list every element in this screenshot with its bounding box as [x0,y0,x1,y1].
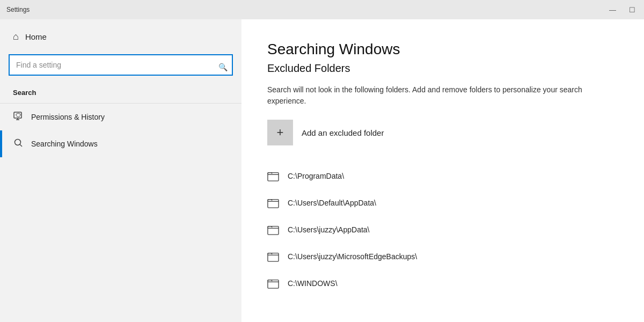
add-folder-label: Add an excluded folder [302,128,384,137]
app-body: ⌂ Home 🔍 Search Permissions & History [0,19,644,322]
svg-rect-9 [268,280,279,289]
folder-path: C:\ProgramData\ [288,172,344,180]
folder-item: C:\ProgramData\ [267,163,618,189]
folder-icon [267,224,279,236]
folder-list: C:\ProgramData\ C:\Users\Default\AppData… [267,163,618,297]
description-text: Search will not look in the following fo… [267,84,611,107]
sidebar-item-permissions[interactable]: Permissions & History [0,104,241,130]
folder-path: C:\Users\juzzy\MicrosoftEdgeBackups\ [288,252,417,261]
folder-icon [267,277,279,289]
page-title: Searching Windows [267,41,618,58]
folder-icon [267,197,279,209]
search-box-wrapper: 🔍 [0,50,241,84]
searching-windows-label: Searching Windows [31,140,98,148]
sidebar-section-label: Search [0,84,241,103]
svg-rect-5 [268,173,279,181]
app-title: Settings [6,6,30,13]
window-controls: — ☐ [607,6,638,13]
minimize-button[interactable]: — [607,6,618,13]
section-title: Excluded Folders [267,62,618,75]
sidebar-item-home[interactable]: ⌂ Home [0,24,241,50]
sidebar: ⌂ Home 🔍 Search Permissions & History [0,19,241,322]
folder-item: C:\Users\Default\AppData\ [267,189,618,216]
folder-item: C:\WINDOWS\ [267,270,618,297]
search-input[interactable] [9,54,233,76]
folder-path: C:\Users\Default\AppData\ [288,199,376,207]
svg-line-4 [20,144,22,147]
home-icon: ⌂ [13,31,19,42]
searching-windows-icon [13,138,24,150]
svg-point-3 [15,140,21,145]
svg-rect-8 [268,253,279,262]
folder-item: C:\Users\juzzy\MicrosoftEdgeBackups\ [267,243,618,270]
permissions-label: Permissions & History [31,113,105,121]
main-content: Searching Windows Excluded Folders Searc… [241,19,644,322]
title-bar: Settings — ☐ [0,0,644,19]
folder-path: C:\Users\juzzy\AppData\ [288,225,370,234]
svg-rect-7 [268,226,279,235]
folder-icon [267,170,279,182]
folder-item: C:\Users\juzzy\AppData\ [267,216,618,243]
add-folder-button[interactable]: + Add an excluded folder [267,120,618,145]
plus-icon: + [267,120,293,145]
maximize-button[interactable]: ☐ [627,6,638,13]
sidebar-item-searching-windows[interactable]: Searching Windows [0,130,241,157]
folder-path: C:\WINDOWS\ [288,279,338,288]
sidebar-home-label: Home [25,32,47,41]
svg-rect-6 [268,200,279,208]
permissions-icon [13,111,24,123]
folder-icon [267,251,279,262]
